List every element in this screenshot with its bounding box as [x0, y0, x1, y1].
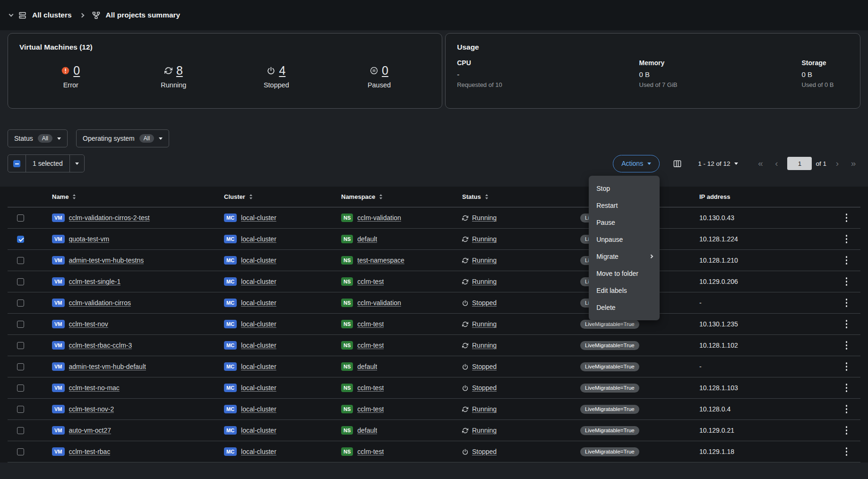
breadcrumb-all-clusters[interactable]: All clusters	[32, 11, 72, 19]
stat-count-link[interactable]: 8	[176, 64, 183, 77]
status-link[interactable]: Stopped	[472, 299, 497, 307]
status-link[interactable]: Running	[472, 278, 497, 285]
actions-menu-item[interactable]: Unpause	[589, 231, 660, 248]
kebab-menu-icon[interactable]	[842, 296, 851, 310]
bulk-select-toggle[interactable]	[69, 155, 84, 172]
namespace-link[interactable]: cclm-test	[357, 448, 384, 455]
row-checkbox[interactable]	[17, 321, 24, 328]
vm-name-link[interactable]: cclm-test-nov	[69, 320, 108, 328]
vm-name-link[interactable]: cclm-test-single-1	[69, 278, 121, 285]
vm-name-link[interactable]: cclm-validation-cirros-2-test	[69, 214, 150, 222]
status-link[interactable]: Stopped	[472, 384, 497, 392]
kebab-menu-icon[interactable]	[842, 253, 851, 268]
kebab-menu-icon[interactable]	[842, 359, 851, 374]
namespace-link[interactable]: cclm-validation	[357, 214, 401, 222]
stat-count-link[interactable]: 0	[73, 64, 80, 77]
actions-menu-item[interactable]: Pause	[589, 214, 660, 231]
namespace-link[interactable]: default	[357, 363, 377, 370]
kebab-menu-icon[interactable]	[842, 445, 851, 459]
actions-menu-item[interactable]: Stop	[589, 180, 660, 197]
namespace-link[interactable]: cclm-test	[357, 384, 384, 392]
kebab-menu-icon[interactable]	[842, 338, 851, 353]
kebab-menu-icon[interactable]	[842, 423, 851, 438]
row-checkbox[interactable]	[17, 236, 24, 243]
cluster-link[interactable]: local-cluster	[241, 448, 276, 455]
kebab-menu-icon[interactable]	[842, 402, 851, 417]
chevron-down-icon[interactable]	[9, 12, 14, 17]
last-page-button[interactable]: »	[846, 158, 860, 169]
namespace-link[interactable]: cclm-test	[357, 278, 384, 285]
vm-name-link[interactable]: cclm-test-no-mac	[69, 384, 120, 392]
cluster-link[interactable]: local-cluster	[241, 320, 276, 328]
vm-name-link[interactable]: cclm-test-nov-2	[69, 405, 114, 413]
actions-menu-item[interactable]: Migrate	[589, 248, 660, 265]
actions-menu-item[interactable]: Edit labels	[589, 282, 660, 299]
row-checkbox[interactable]	[17, 385, 24, 392]
row-checkbox[interactable]	[17, 448, 24, 455]
cluster-link[interactable]: local-cluster	[241, 363, 276, 370]
vm-name-link[interactable]: quota-test-vm	[69, 235, 110, 243]
actions-menu-item[interactable]: Move to folder	[589, 265, 660, 282]
kebab-menu-icon[interactable]	[842, 211, 851, 225]
vm-name-link[interactable]: cclm-test-rbac-cclm-3	[69, 342, 132, 349]
row-checkbox[interactable]	[17, 257, 24, 264]
namespace-link[interactable]: test-namespace	[357, 257, 404, 264]
kebab-menu-icon[interactable]	[842, 274, 851, 289]
kebab-menu-icon[interactable]	[842, 232, 851, 247]
namespace-link[interactable]: cclm-validation	[357, 299, 401, 307]
cluster-link[interactable]: local-cluster	[241, 257, 276, 264]
status-filter-dropdown[interactable]: Status All	[8, 129, 68, 147]
stat-count-link[interactable]: 0	[382, 64, 388, 77]
row-checkbox[interactable]	[17, 342, 24, 349]
vm-name-link[interactable]: cclm-test-rbac	[69, 448, 111, 455]
vm-name-link[interactable]: cclm-validation-cirros	[69, 299, 131, 307]
namespace-link[interactable]: cclm-test	[357, 320, 384, 328]
next-page-button[interactable]: ›	[830, 158, 844, 169]
namespace-link[interactable]: default	[357, 235, 377, 243]
actions-menu-item[interactable]: Delete	[589, 299, 660, 316]
pagination-range-dropdown[interactable]: 1 - 12 of 12	[695, 160, 741, 168]
status-link[interactable]: Running	[472, 405, 497, 413]
row-checkbox[interactable]	[17, 214, 24, 222]
cluster-link[interactable]: local-cluster	[241, 299, 276, 307]
row-checkbox[interactable]	[17, 363, 24, 370]
status-link[interactable]: Running	[472, 427, 497, 434]
prev-page-button[interactable]: ‹	[769, 158, 783, 169]
cluster-link[interactable]: local-cluster	[241, 342, 276, 349]
kebab-menu-icon[interactable]	[842, 381, 851, 395]
status-link[interactable]: Running	[472, 342, 497, 349]
status-link[interactable]: Running	[472, 257, 497, 264]
actions-menu-item[interactable]: Restart	[589, 197, 660, 214]
cluster-link[interactable]: local-cluster	[241, 405, 276, 413]
row-checkbox[interactable]	[17, 299, 24, 307]
namespace-link[interactable]: cclm-test	[357, 405, 384, 413]
sort-icon[interactable]	[485, 194, 488, 199]
status-link[interactable]: Stopped	[472, 363, 497, 370]
cluster-link[interactable]: local-cluster	[241, 278, 276, 285]
sort-icon[interactable]	[73, 194, 76, 199]
sort-icon[interactable]	[379, 194, 382, 199]
vm-name-link[interactable]: admin-test-vm-hub-default	[69, 363, 146, 370]
row-checkbox[interactable]	[17, 278, 24, 285]
vm-name-link[interactable]: admin-test-vm-hub-testns	[69, 257, 144, 264]
namespace-link[interactable]: default	[357, 427, 377, 434]
cluster-link[interactable]: local-cluster	[241, 214, 276, 222]
kebab-menu-icon[interactable]	[842, 317, 851, 332]
bulk-select-checkbox[interactable]	[13, 160, 20, 167]
status-link[interactable]: Running	[472, 320, 497, 328]
actions-button[interactable]: Actions	[613, 155, 660, 172]
status-link[interactable]: Running	[472, 235, 497, 243]
row-checkbox[interactable]	[17, 427, 24, 434]
vm-name-link[interactable]: auto-vm-oct27	[69, 427, 111, 434]
current-page-input[interactable]: 1	[787, 157, 812, 170]
os-filter-dropdown[interactable]: Operating system All	[76, 129, 169, 147]
first-page-button[interactable]: «	[753, 158, 767, 169]
status-link[interactable]: Stopped	[472, 448, 497, 455]
sort-icon[interactable]	[249, 194, 252, 199]
namespace-link[interactable]: cclm-test	[357, 342, 384, 349]
manage-columns-button[interactable]	[672, 158, 683, 169]
cluster-link[interactable]: local-cluster	[241, 235, 276, 243]
cluster-link[interactable]: local-cluster	[241, 384, 276, 392]
row-checkbox[interactable]	[17, 406, 24, 413]
status-link[interactable]: Running	[472, 214, 497, 222]
